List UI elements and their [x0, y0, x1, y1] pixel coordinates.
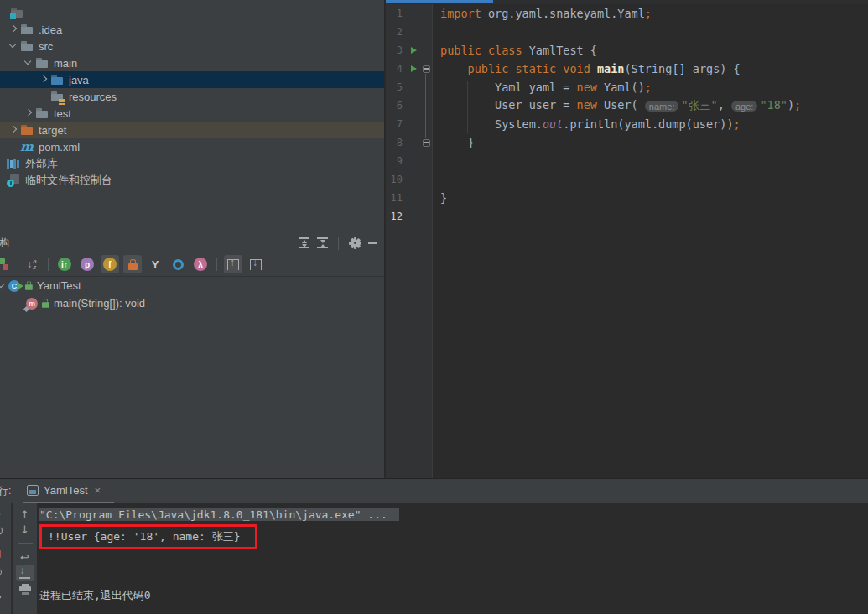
code-editor[interactable]: 1import org.yaml.snakeyaml.Yaml;23public…	[386, 0, 868, 478]
rerun-play-icon[interactable]	[0, 510, 1, 518]
show-inherited-icon[interactable]: i↑	[58, 258, 71, 271]
code-text[interactable]: System.out.println(yaml.dump(user));	[433, 117, 741, 131]
structure-tree-item[interactable]: mmain(String[]): void	[0, 294, 384, 312]
printer-button[interactable]	[16, 581, 34, 596]
sort-alphabetically-button[interactable]: ↓az	[23, 255, 41, 273]
line-number: 6	[386, 100, 408, 112]
tools-icon[interactable]	[0, 596, 2, 603]
chevron-down-icon[interactable]	[22, 56, 35, 70]
toolbar-divider	[18, 543, 33, 544]
console-output[interactable]: "C:\Program Files\Java\jdk1.8.0_181\bin\…	[37, 503, 868, 614]
print-icon[interactable]	[19, 584, 31, 595]
code-text[interactable]: public static void main(String[] args) {	[433, 62, 741, 75]
project-tree-item[interactable]: mpom.xml	[0, 138, 384, 155]
hide-panel-icon[interactable]	[368, 242, 377, 244]
code-text[interactable]: public class YamlTest {	[433, 44, 597, 57]
console-line[interactable]: !!User {age: '18', name: 张三}	[39, 523, 868, 551]
code-text[interactable]: }	[433, 136, 475, 149]
show-non-public-button[interactable]	[123, 255, 142, 273]
run-line-icon[interactable]	[411, 65, 417, 72]
arrow-down-button[interactable]: ↓	[16, 522, 34, 537]
tree-item-label: test	[54, 107, 71, 120]
code-text[interactable]: }	[433, 191, 447, 205]
scroll-to-end-icon[interactable]: ↓	[19, 567, 31, 579]
project-tree-item[interactable]: src	[0, 38, 384, 55]
expand-all-icon[interactable]	[299, 237, 309, 248]
show-anonymous-classes-icon[interactable]	[173, 259, 184, 270]
show-lambdas-icon[interactable]: λ	[194, 258, 207, 271]
fold-marker-icon[interactable]	[423, 139, 430, 147]
soft-wrap-button[interactable]: ↩	[16, 549, 34, 565]
prev-occurrence-icon[interactable]: ↑	[20, 509, 29, 520]
chevron-right-icon[interactable]	[22, 107, 35, 120]
filter-button[interactable]: Y	[146, 255, 164, 273]
show-properties-icon[interactable]: p	[81, 258, 94, 271]
project-tree-item[interactable]: java	[0, 71, 384, 88]
autoscroll-from-source-icon[interactable]: ↓	[250, 259, 262, 270]
console-line[interactable]	[39, 569, 868, 586]
tree-item-label: 临时文件和控制台	[25, 173, 112, 188]
autoscroll-to-source-icon[interactable]: ↑	[227, 259, 239, 270]
project-root-row[interactable]	[0, 4, 384, 21]
show-lambdas-button[interactable]: λ	[191, 255, 210, 273]
filter-icon[interactable]: Y	[152, 258, 159, 271]
structure-tree: CYamlTestmmain(String[]): void	[0, 277, 384, 312]
line-number: 2	[386, 26, 408, 38]
arrow-up-button[interactable]: ↑	[16, 507, 34, 522]
project-tree-item[interactable]: 临时文件和控制台	[0, 172, 384, 189]
autoscroll-to-source-button[interactable]: ↑	[224, 255, 242, 273]
sort-by-visibility-button[interactable]	[0, 255, 18, 273]
fold-marker-icon[interactable]	[423, 65, 430, 73]
show-fields-icon[interactable]: f	[103, 258, 117, 271]
soft-wrap-icon[interactable]: ↩	[20, 552, 29, 563]
code-line: 6 User user = new User( name:"张三", age:"…	[386, 96, 868, 115]
project-tree-item[interactable]: resources	[0, 88, 384, 105]
show-fields-button[interactable]: f	[101, 255, 119, 273]
parameter-hint: name:	[645, 101, 679, 112]
project-tree-item[interactable]: main	[0, 55, 384, 71]
structure-tool-window: 结构 ↓azi↑pfYλ↑↓ CYamlTestmmain(String[]):…	[0, 233, 384, 478]
tree-item-label: resources	[69, 91, 117, 103]
structure-tree-item[interactable]: CYamlTest	[0, 277, 384, 294]
run-tab-yamltest[interactable]: YamlTest ×	[27, 479, 101, 502]
folder-icon	[20, 23, 34, 36]
chevron-down-icon[interactable]	[7, 39, 20, 53]
chevron-down-icon[interactable]	[0, 279, 8, 293]
sort-alphabetically-icon[interactable]: ↓az	[27, 258, 36, 270]
code-text[interactable]: User user = new User( name:"张三", age:"18…	[433, 98, 801, 113]
sort-by-visibility-icon[interactable]	[0, 258, 11, 270]
next-occurrence-icon[interactable]: ↓	[20, 524, 29, 535]
chevron-right-icon[interactable]	[7, 123, 20, 137]
console-line[interactable]: 进程已结束,退出代码0	[39, 586, 868, 604]
close-icon[interactable]: ×	[95, 484, 101, 497]
run-panel-header: 运行: YamlTest ×	[0, 479, 868, 503]
code-text[interactable]: Yaml yaml = new Yaml();	[433, 81, 652, 94]
console-line[interactable]	[39, 551, 868, 569]
project-tree-item[interactable]: .idea	[0, 21, 384, 38]
run-line-icon[interactable]	[411, 47, 417, 54]
project-tree-item[interactable]: test	[0, 105, 384, 122]
history-icon[interactable]	[0, 568, 2, 576]
code-text[interactable]: import org.yaml.snakeyaml.Yaml;	[433, 7, 652, 20]
tree-item-label: .idea	[39, 23, 62, 36]
code-line: 7 System.out.println(yaml.dump(user));	[386, 115, 868, 133]
collapse-all-icon[interactable]	[317, 237, 328, 248]
project-tree-item[interactable]: target	[0, 122, 384, 138]
chevron-right-icon[interactable]	[37, 73, 50, 86]
chevron-right-icon[interactable]	[7, 23, 20, 36]
stop-icon[interactable]	[0, 550, 1, 558]
scroll-to-end-button[interactable]: ↓	[16, 565, 34, 581]
project-tree: .ideasrcmainjavaresourcestesttargetmpom.…	[0, 4, 384, 189]
structure-item-label: main(String[]): void	[54, 297, 145, 310]
show-anonymous-classes-button[interactable]	[169, 255, 187, 273]
toolbar-divider	[216, 258, 217, 271]
settings-gear-icon[interactable]	[349, 237, 361, 249]
console-line[interactable]: "C:\Program Files\Java\jdk1.8.0_181\bin\…	[39, 506, 868, 523]
show-inherited-button[interactable]: i↑	[55, 255, 74, 273]
line-number: 3	[386, 44, 408, 56]
autoscroll-from-source-button[interactable]: ↓	[247, 255, 265, 273]
show-non-public-icon[interactable]	[127, 259, 138, 270]
project-tree-item[interactable]: 外部库	[0, 155, 384, 172]
restart-icon[interactable]	[0, 526, 3, 535]
show-properties-button[interactable]: p	[78, 255, 96, 273]
